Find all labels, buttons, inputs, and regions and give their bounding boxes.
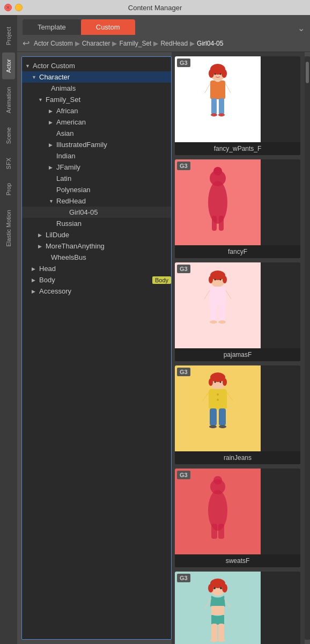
grid-item-fancyf[interactable]: G3 fancyF xyxy=(175,159,300,258)
svg-rect-9 xyxy=(211,98,217,114)
breadcrumb-character[interactable]: Character xyxy=(82,40,110,47)
svg-point-48 xyxy=(208,490,227,531)
tree-item-latin[interactable]: Latin xyxy=(22,173,171,184)
svg-line-43 xyxy=(227,392,233,401)
grid-item-fancy-wpants-f[interactable]: G3 xyxy=(175,56,300,155)
svg-line-7 xyxy=(205,83,210,93)
g3-badge: G3 xyxy=(177,162,190,170)
svg-rect-49 xyxy=(211,524,217,539)
sidebar-item-elastic-motion[interactable]: Elastic Motion xyxy=(2,203,15,253)
svg-point-56 xyxy=(220,587,222,589)
sidebar-item-scene[interactable]: Scene xyxy=(2,121,15,150)
svg-line-60 xyxy=(205,598,211,608)
grid-item-sweats-f[interactable]: G3 sweatsF xyxy=(175,469,300,567)
svg-rect-41 xyxy=(219,408,226,426)
grid-item-swimsuit-f[interactable]: G3 xyxy=(175,572,300,644)
tree-item-polynesian[interactable]: Polynesian xyxy=(22,184,171,195)
body-tooltip: Body xyxy=(152,276,171,284)
svg-rect-59 xyxy=(218,624,224,640)
svg-line-28 xyxy=(226,290,231,299)
g3-badge: G3 xyxy=(177,58,190,67)
tree-item-american[interactable]: American xyxy=(22,116,171,128)
svg-line-27 xyxy=(204,290,210,299)
tree-item-head[interactable]: Head xyxy=(22,263,171,274)
breadcrumb-redhead[interactable]: RedHead xyxy=(160,40,188,47)
tab-custom[interactable]: Custom xyxy=(81,19,135,35)
breadcrumb-girl04-05[interactable]: Girl04-05 xyxy=(197,40,223,47)
tree-item-girl04-05[interactable]: Girl04-05 xyxy=(22,207,171,218)
tree-item-body[interactable]: Body Body xyxy=(22,274,171,286)
sidebar-item-project[interactable]: Project xyxy=(2,20,15,52)
svg-point-4 xyxy=(215,74,216,75)
tab-template[interactable]: Template xyxy=(23,19,81,35)
svg-rect-58 xyxy=(211,624,217,640)
right-scrollbar-thumb xyxy=(306,62,309,83)
sidebar-item-prop[interactable]: Prop xyxy=(2,177,15,202)
svg-rect-10 xyxy=(219,98,224,114)
svg-point-11 xyxy=(211,113,217,116)
tree-item-asian[interactable]: Asian xyxy=(22,128,171,139)
tree-item-character[interactable]: Character xyxy=(22,71,171,83)
g3-badge: G3 xyxy=(177,368,190,376)
svg-point-23 xyxy=(220,279,222,281)
arrow-character xyxy=(32,75,39,80)
tree-item-actor-custom[interactable]: Actor Custom xyxy=(22,60,171,71)
tree-item-accessory[interactable]: Accessory xyxy=(22,286,171,297)
grid-item-label-fancyf: fancyF xyxy=(175,245,300,258)
breadcrumb-back-button[interactable]: ↩ xyxy=(23,38,29,48)
right-scrollbar[interactable] xyxy=(305,56,310,640)
grid-item-label-sweats-f: sweatsF xyxy=(175,554,300,567)
svg-point-22 xyxy=(215,279,216,281)
grid-thumb-swimsuit-f: G3 xyxy=(175,572,261,644)
tree-item-animals[interactable]: Animals xyxy=(22,83,171,94)
tree-item-african[interactable]: African xyxy=(22,105,171,116)
sidebar-item-animation[interactable]: Animation xyxy=(2,80,15,120)
svg-rect-6 xyxy=(210,80,225,99)
title-bar: ✕ Content Manager xyxy=(0,0,310,15)
tree-item-russian[interactable]: Russian xyxy=(22,218,171,229)
svg-point-47 xyxy=(213,476,222,485)
tree-item-morethan[interactable]: MoreThanAnything xyxy=(22,240,171,252)
svg-point-30 xyxy=(218,320,226,324)
sidebar-item-sfx[interactable]: SFX xyxy=(2,151,15,175)
chevron-down-icon[interactable]: ⌄ xyxy=(298,23,305,33)
svg-point-29 xyxy=(210,320,217,324)
svg-point-15 xyxy=(208,181,227,224)
svg-point-54 xyxy=(222,584,227,592)
svg-point-55 xyxy=(213,587,216,589)
arrow-redhead xyxy=(49,199,56,204)
tree-item-lildude[interactable]: LilDude xyxy=(22,229,171,240)
panel-area: Actor Custom Character Animals Family_Se… xyxy=(17,52,310,644)
tree-item-family-set[interactable]: Family_Set xyxy=(22,94,171,105)
grid-thumb-rain-jeans: G3 xyxy=(175,365,261,451)
tree-item-jfamily[interactable]: JFamily xyxy=(22,162,171,173)
svg-point-34 xyxy=(223,378,227,386)
grid-item-pajamas-f[interactable]: G3 xyxy=(175,262,300,361)
arrow-accessory xyxy=(32,289,39,294)
sidebar-item-actor[interactable]: Actor xyxy=(2,53,15,79)
breadcrumb-actor-custom[interactable]: Actor Custom xyxy=(34,40,73,47)
grid-thumb-sweats-f: G3 xyxy=(175,469,261,554)
close-button[interactable]: ✕ xyxy=(4,4,12,11)
minimize-button[interactable] xyxy=(15,4,23,11)
tree-item-indian[interactable]: Indian xyxy=(22,150,171,162)
tree-item-wheelsbus[interactable]: WheelsBus xyxy=(22,252,171,263)
svg-rect-25 xyxy=(210,304,217,321)
svg-point-63 xyxy=(218,639,225,642)
tree-item-illustrated-family[interactable]: IllustratedFamily xyxy=(22,139,171,150)
content-area: Template Custom ⌄ ↩ Actor Custom ▶ Chara… xyxy=(17,15,310,644)
svg-rect-50 xyxy=(218,524,224,539)
svg-rect-17 xyxy=(219,216,224,231)
svg-point-5 xyxy=(220,74,222,75)
g3-badge: G3 xyxy=(177,471,190,479)
tree-item-redhead[interactable]: RedHead xyxy=(22,195,171,207)
breadcrumb-family-set[interactable]: Family_Set xyxy=(119,40,151,47)
svg-point-21 xyxy=(223,276,227,283)
svg-point-38 xyxy=(217,393,219,396)
svg-point-36 xyxy=(220,382,222,383)
arrow-morethan xyxy=(38,244,46,249)
g3-badge: G3 xyxy=(177,265,190,273)
tab-bar: Template Custom ⌄ xyxy=(17,15,310,35)
svg-point-14 xyxy=(213,167,222,175)
grid-item-rain-jeans[interactable]: G3 xyxy=(175,365,300,464)
